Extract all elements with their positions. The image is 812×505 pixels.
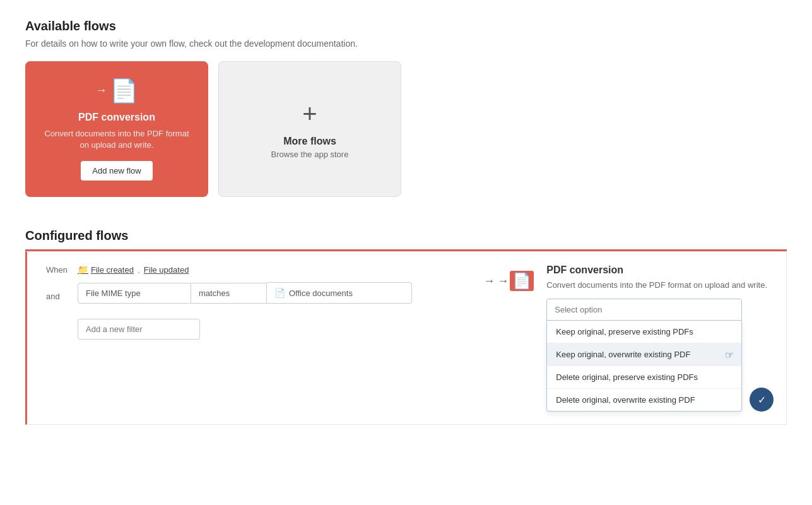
dropdown-search-input[interactable] <box>546 299 742 321</box>
pdf-conversion-card: → 📄 PDF conversion Convert documents int… <box>25 61 208 197</box>
more-flows-desc: Browse the app store <box>271 150 349 159</box>
action-header: PDF conversion <box>546 264 767 276</box>
configured-flows-title: Configured flows <box>25 229 787 243</box>
configured-flows-section: When 📁 File created , File updated <box>25 249 787 425</box>
available-flows-title: Available flows <box>25 19 787 33</box>
filter-row: File MIME type matches 📄 Office document… <box>78 282 412 304</box>
right-arrow-icon: → <box>483 275 495 288</box>
filter-value-text: Office documents <box>289 288 353 298</box>
dropdown-item-0[interactable]: Keep original, preserve existing PDFs <box>547 321 741 343</box>
dropdown-item-1[interactable]: Keep original, overwrite existing PDF <box>547 343 741 366</box>
available-flows-desc: For details on how to write your own flo… <box>25 39 787 49</box>
and-row: and File MIME type matches 📄 Office docu… <box>46 282 471 310</box>
add-filter-row <box>46 318 471 340</box>
more-flows-title: More flows <box>283 136 336 147</box>
trigger-file-created-label: File created <box>91 265 134 275</box>
pdf-file-icon: 📄 <box>110 78 138 104</box>
dropdown-list: Keep original, preserve existing PDFs Ke… <box>546 321 742 412</box>
dropdown-item-3[interactable]: Delete original, overwrite existing PDF <box>547 389 741 411</box>
add-filter-input[interactable] <box>78 319 200 340</box>
action-title: PDF conversion <box>546 264 623 276</box>
dropdown-item-2[interactable]: Delete original, preserve existing PDFs <box>547 366 741 389</box>
and-label: and <box>46 292 71 301</box>
trigger-separator: , <box>138 264 140 275</box>
filter-value[interactable]: 📄 Office documents <box>267 282 412 304</box>
plus-icon: + <box>302 100 317 128</box>
trigger-file-created[interactable]: 📁 File created <box>78 264 134 275</box>
more-flows-card[interactable]: + More flows Browse the app store <box>218 61 401 197</box>
dropdown-container: Keep original, preserve existing PDFs Ke… <box>546 299 742 412</box>
trigger-badges: 📁 File created , File updated <box>78 264 189 275</box>
folder-icon: 📁 <box>78 264 88 275</box>
trigger-file-updated[interactable]: File updated <box>144 265 189 275</box>
pdf-icon-container: → 📄 <box>96 78 138 104</box>
flow-action: PDF conversion Convert documents into th… <box>546 264 767 412</box>
arrow-to-pdf-arrow: → <box>497 275 509 288</box>
trigger-file-updated-label: File updated <box>144 265 189 275</box>
flow-conditions: When 📁 File created , File updated <box>46 264 471 347</box>
flow-arrow: → → 📄 <box>483 264 534 291</box>
pdf-card-desc: Convert documents into the PDF format on… <box>40 128 193 151</box>
flows-grid: → 📄 PDF conversion Convert documents int… <box>25 61 787 197</box>
action-desc: Convert documents into the PDF format on… <box>546 280 767 291</box>
when-label: When <box>46 265 71 275</box>
arrow-pdf-icon: → 📄 <box>497 271 534 291</box>
add-new-flow-button[interactable]: Add new flow <box>81 161 152 181</box>
doc-icon: 📄 <box>274 288 285 298</box>
filter-operator[interactable]: matches <box>191 283 267 304</box>
filter-field-mime[interactable]: File MIME type <box>78 283 191 304</box>
when-row: When 📁 File created , File updated <box>46 264 471 275</box>
pdf-card-title: PDF conversion <box>78 112 155 123</box>
pdf-action-file-icon: 📄 <box>510 271 534 291</box>
save-button[interactable]: ✓ <box>750 388 774 412</box>
arrow-icon: → <box>96 84 107 97</box>
flow-rule-container: When 📁 File created , File updated <box>25 251 787 425</box>
